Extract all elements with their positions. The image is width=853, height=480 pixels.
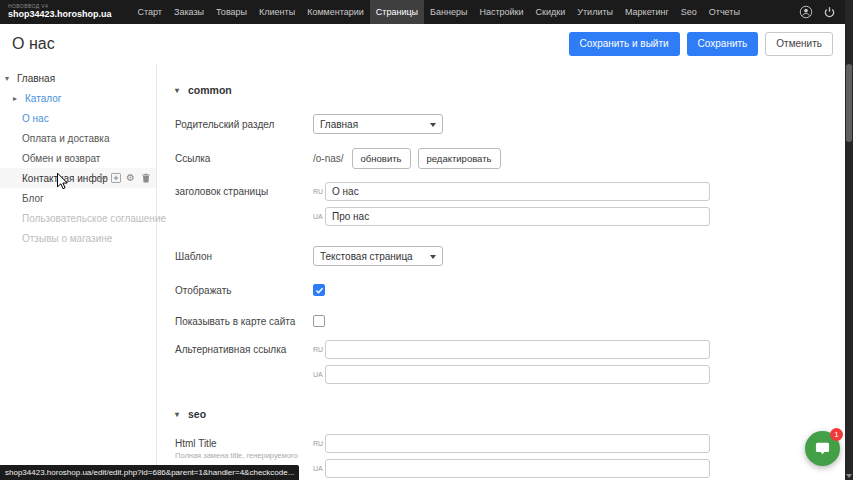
chevron-down-icon: ▾ — [5, 74, 13, 83]
select-value: Текстовая страница — [320, 251, 413, 262]
lang-badge-ru: RU — [313, 440, 325, 447]
lang-badge-ua: UA — [313, 213, 325, 220]
lang-badge-ua: UA — [313, 465, 325, 472]
topnav-clients[interactable]: Клиенты — [253, 0, 301, 24]
edit-link-button[interactable]: редактировать — [418, 148, 501, 169]
field-label-text: Html Title — [175, 438, 217, 449]
chevron-down-icon — [430, 123, 436, 127]
section-common[interactable]: ▾ common — [175, 84, 845, 96]
sidebar-item-main[interactable]: ▾ Главная — [0, 68, 156, 88]
add-page-icon[interactable] — [110, 173, 121, 184]
sidebar-item-blog[interactable]: Блог — [0, 188, 156, 208]
sitemap-checkbox[interactable] — [313, 315, 325, 327]
sidebar-item-payment-delivery[interactable]: Оплата и доставка — [0, 128, 156, 148]
sidebar-item-exchange-return[interactable]: Обмен и возврат — [0, 148, 156, 168]
field-label: Ссылка — [175, 153, 313, 164]
top-navigation: Старт Заказы Товары Клиенты Комментарии … — [132, 0, 746, 24]
sidebar-item-about[interactable]: О нас — [0, 108, 156, 128]
chat-bubble-icon — [814, 440, 831, 457]
check-icon — [315, 286, 324, 295]
topnav-reports[interactable]: Отчеты — [703, 0, 746, 24]
save-button[interactable]: Сохранить — [687, 32, 759, 56]
page-edit-form: ▾ common Родительский раздел Главная Ссы… — [158, 64, 845, 480]
scrollbar-thumb[interactable] — [846, 64, 852, 142]
move-icon[interactable] — [95, 173, 106, 184]
topnav-settings[interactable]: Настройки — [473, 0, 529, 24]
scrollbar-down-arrow-icon[interactable] — [846, 474, 852, 478]
page-title-ua-input[interactable] — [325, 207, 710, 226]
header-actions: Сохранить и выйти Сохранить Отменить — [569, 32, 834, 56]
chat-unread-badge: 1 — [830, 428, 843, 441]
lang-badge-ua: UA — [313, 371, 325, 378]
logo[interactable]: НОВОВВОД V4 shop34423.horoshop.ua — [0, 4, 122, 19]
browser-status-url: shop34423.horoshop.ua/edit/edit.php?id=6… — [0, 465, 299, 480]
field-label: Отображать — [175, 285, 313, 296]
field-label: Альтернативная ссылка — [175, 340, 313, 355]
sidebar-item-label: Каталог — [25, 93, 61, 104]
html-title-ua-input[interactable] — [325, 459, 710, 478]
section-title: common — [188, 84, 232, 96]
topnav-seo[interactable]: Seo — [675, 0, 703, 24]
scrollbar-track — [845, 0, 853, 480]
sidebar-item-user-agreement[interactable]: Пользовательское соглашение — [0, 208, 156, 228]
chevron-right-icon: ▸ — [13, 94, 21, 103]
topnav-comments[interactable]: Комментарии — [301, 0, 370, 24]
html-title-ru-input[interactable] — [325, 434, 710, 453]
chat-launcher-button[interactable]: 1 — [805, 431, 840, 466]
topbar: НОВОВВОД V4 shop34423.horoshop.ua Старт … — [0, 0, 853, 24]
admin-screen: НОВОВВОД V4 shop34423.horoshop.ua Старт … — [0, 0, 853, 480]
pages-tree-sidebar: ▾ Главная ▸ Каталог О нас Оплата и доста… — [0, 64, 157, 480]
alt-link-ru-input[interactable] — [325, 340, 710, 359]
template-select[interactable]: Текстовая страница — [313, 246, 443, 266]
sidebar-item-label: Оплата и доставка — [22, 133, 109, 144]
field-label: заголовок страницы — [175, 182, 313, 197]
field-label: Html Title Полная замена title, генериру… — [175, 434, 313, 460]
refresh-link-button[interactable]: обновить — [352, 148, 411, 169]
tree-item-actions: ⚙ — [95, 168, 151, 188]
topnav-banners[interactable]: Баннеры — [424, 0, 473, 24]
topnav-orders[interactable]: Заказы — [168, 0, 210, 24]
lang-badge-ru: RU — [313, 346, 325, 353]
link-value: /o-nas/ — [313, 153, 344, 164]
sidebar-item-label: Главная — [17, 73, 55, 84]
sidebar-item-label: О нас — [22, 113, 49, 124]
display-checkbox[interactable] — [313, 284, 325, 296]
logo-domain: shop34423.horoshop.ua — [8, 10, 112, 20]
field-label: Шаблон — [175, 251, 313, 262]
form-row-template: Шаблон Текстовая страница — [158, 246, 845, 266]
topnav-utilities[interactable]: Утилиты — [571, 0, 619, 24]
chevron-down-icon: ▾ — [175, 410, 183, 419]
topnav-marketing[interactable]: Маркетинг — [619, 0, 675, 24]
sidebar-item-store-reviews[interactable]: Отзывы о магазине — [0, 228, 156, 248]
form-row-alt-link: Альтернативная ссылка RU UA — [158, 340, 845, 384]
gear-icon[interactable]: ⚙ — [125, 173, 136, 184]
sidebar-item-label: Отзывы о магазине — [22, 233, 112, 244]
chevron-down-icon: ▾ — [175, 86, 183, 95]
lang-badge-ru: RU — [313, 188, 325, 195]
user-icon[interactable] — [798, 5, 813, 20]
parent-section-select[interactable]: Главная — [313, 114, 443, 134]
sidebar-item-label: Блог — [22, 193, 44, 204]
select-value: Главная — [320, 119, 358, 130]
topnav-pages[interactable]: Страницы — [370, 0, 424, 24]
form-row-page-title: заголовок страницы RU UA — [158, 182, 845, 226]
cancel-button[interactable]: Отменить — [765, 32, 833, 56]
sidebar-item-label: Пользовательское соглашение — [22, 213, 166, 224]
page-header: О нас Сохранить и выйти Сохранить Отмени… — [0, 24, 845, 64]
form-row-sitemap: Показывать в карте сайта — [158, 315, 845, 327]
logout-power-icon[interactable] — [822, 5, 837, 20]
save-and-exit-button[interactable]: Сохранить и выйти — [569, 32, 680, 56]
page-title-ru-input[interactable] — [325, 182, 710, 201]
section-seo[interactable]: ▾ seo — [175, 408, 845, 420]
topnav-discounts[interactable]: Скидки — [530, 0, 572, 24]
trash-icon[interactable] — [140, 173, 151, 184]
alt-link-ua-input[interactable] — [325, 365, 710, 384]
chevron-down-icon — [430, 255, 436, 259]
topnav-products[interactable]: Товары — [210, 0, 253, 24]
topnav-start[interactable]: Старт — [132, 0, 168, 24]
form-row-display: Отображать — [158, 284, 845, 296]
field-label: Показывать в карте сайта — [175, 316, 313, 327]
sidebar-item-catalog[interactable]: ▸ Каталог — [0, 88, 156, 108]
sidebar-item-contact-info[interactable]: Контактная инфор ⚙ — [0, 168, 156, 188]
section-title: seo — [188, 408, 206, 420]
